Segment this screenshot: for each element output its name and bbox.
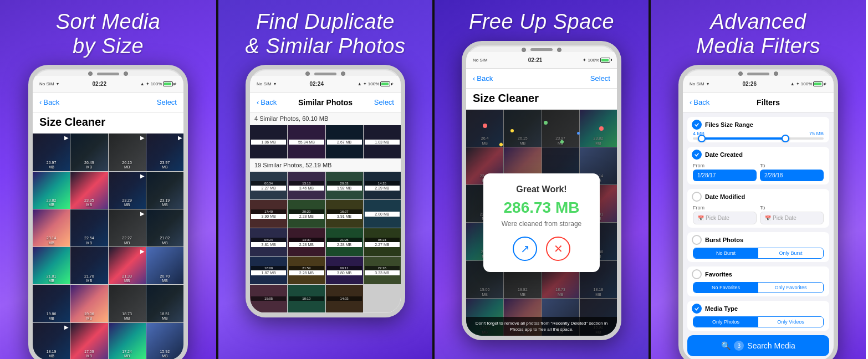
table-row[interactable]: ▶18.19MB <box>33 323 70 359</box>
table-row[interactable]: 26.49MB <box>70 134 108 171</box>
list-item[interactable]: 21:532.28 MB <box>288 257 325 284</box>
media-type-checkbox[interactable] <box>692 304 702 314</box>
modal-actions: ↗ ✕ <box>494 237 589 261</box>
phone-4-nav-title: Filters <box>757 98 780 107</box>
list-item[interactable]: 18:001.87 MB <box>250 257 287 284</box>
phone-3-select[interactable]: Select <box>590 74 610 83</box>
fav-no-option[interactable]: No Favorites <box>693 283 758 293</box>
phone-2-carrier: No SIM ▾ <box>257 81 276 86</box>
table-row[interactable]: 19.06MB <box>70 285 108 322</box>
table-row[interactable]: 17.69MB <box>70 323 108 359</box>
list-item[interactable]: 1.06 MB <box>250 125 287 158</box>
table-row[interactable]: 22.54MB <box>70 209 108 247</box>
list-item[interactable]: 13:183.46 MB <box>288 172 325 199</box>
favorites-checkbox[interactable] <box>692 269 702 279</box>
list-item[interactable]: 06:243.81 MB <box>250 228 287 256</box>
list-item[interactable]: 1.03 MB <box>364 125 401 158</box>
list-item[interactable]: 21:262.28 MB <box>326 228 363 256</box>
phone-4-nav: ‹Back Filters <box>683 93 834 112</box>
table-row[interactable]: 23.14MB <box>33 209 70 247</box>
date-modified-checkbox[interactable] <box>692 192 702 202</box>
phone-1: No SIM ▾ 02:22 ▲ ✦ 100% + ‹Back Select S… <box>28 65 188 359</box>
table-row[interactable]: ▶22.27MB <box>109 209 146 247</box>
phone-2: No SIM ▾ 02:24 ▲ ✦ 100% + ‹Back Similar … <box>246 65 405 317</box>
dm-to-input[interactable]: 📅 Pick Date <box>760 212 824 224</box>
panel-free-up-space: Free Up Space No SIM 02:21 ✦ 100% <box>432 0 649 359</box>
favorites-segmented[interactable]: No Favorites Only Favorites <box>693 282 824 293</box>
dm-from-input[interactable]: 📅 Pick Date <box>693 212 757 224</box>
list-item[interactable]: 10:10 <box>288 285 325 312</box>
table-row[interactable]: 18.73MB <box>109 285 146 322</box>
table-row[interactable]: 21.81MB <box>33 247 70 284</box>
table-row[interactable]: ▶26.15MB <box>109 134 146 171</box>
list-item[interactable]: 16:273.91 MB <box>326 200 363 228</box>
phone-3-app-title: Size Cleaner <box>466 89 617 110</box>
burst-segmented[interactable]: No Burst Only Burst <box>693 248 824 259</box>
phone-1-nav: ‹Back Select <box>33 93 183 112</box>
table-row[interactable]: ▶26.97MB <box>33 134 70 171</box>
close-button[interactable]: ✕ <box>546 237 570 261</box>
file-size-section: Files Size Range 4 MB 75 MB <box>687 117 829 142</box>
list-item[interactable]: 08:242.27 MB <box>364 228 401 256</box>
table-row[interactable]: ▶21.33MB <box>109 247 146 284</box>
phone-2-camera <box>305 71 310 76</box>
table-row[interactable]: ▶23.97MB <box>146 134 183 171</box>
list-item[interactable]: 15:05 <box>250 285 287 312</box>
burst-checkbox[interactable] <box>692 235 702 245</box>
file-size-label: Files Size Range <box>705 121 753 128</box>
phone-1-back[interactable]: ‹Back <box>39 98 59 106</box>
table-row[interactable]: 23.35MB <box>70 172 108 209</box>
panel-find-duplicates: Find Duplicate & Similar Photos No SIM ▾… <box>216 0 432 359</box>
table-row[interactable]: 15.92MB <box>146 323 183 359</box>
phone-4-back[interactable]: ‹Back <box>690 98 709 106</box>
dc-from-input[interactable]: 1/28/17 <box>693 170 757 181</box>
date-created-checkbox[interactable] <box>692 150 702 160</box>
range-slider[interactable] <box>693 137 824 140</box>
table-row[interactable]: 17.24MB <box>109 323 146 359</box>
list-item[interactable]: 2.00 MB <box>364 200 401 228</box>
table-row[interactable]: 20.70MB <box>146 247 183 284</box>
modal-size: 286.73 MB <box>494 199 589 217</box>
phone-2-sensor <box>341 71 345 76</box>
list-item[interactable]: 2.67 MB <box>326 125 363 158</box>
burst-no-option[interactable]: No Burst <box>693 248 758 258</box>
search-media-button[interactable]: 🔍 3 Search Media <box>687 335 829 356</box>
table-row[interactable]: 23.19MB <box>146 172 183 209</box>
phone-3-battery: ✦ 100% <box>583 58 610 63</box>
share-button[interactable]: ↗ <box>513 237 537 261</box>
file-size-checkbox[interactable] <box>692 120 702 130</box>
phone-1-select[interactable]: Select <box>157 98 177 106</box>
list-item[interactable]: 17:403.90 MB <box>250 200 287 228</box>
table-row[interactable]: 21.82MB <box>146 209 183 247</box>
list-item[interactable]: 55.34 MB <box>288 125 325 158</box>
list-item[interactable]: 20:531.92 MB <box>326 172 363 199</box>
phone-2-back[interactable]: ‹Back <box>257 98 277 106</box>
table-row[interactable]: 21.70MB <box>70 247 108 284</box>
phone-4-status: No SIM ▾ 02:26 ▲ ✦ 100% + <box>683 76 834 93</box>
fav-only-option[interactable]: Only Favorites <box>758 283 823 293</box>
phone-3-time: 02:21 <box>528 57 543 63</box>
list-item[interactable]: 14:33 <box>326 285 363 312</box>
table-row[interactable]: 18.51MB <box>146 285 183 322</box>
mt-videos-option[interactable]: Only Videos <box>758 317 823 327</box>
dc-to-input[interactable]: 2/28/18 <box>760 170 824 181</box>
phone-2-select[interactable]: Select <box>374 98 394 106</box>
list-item[interactable]: 00:342.27 MB <box>250 172 287 199</box>
list-item[interactable]: 22:263.33 MB <box>364 257 401 284</box>
media-type-segmented[interactable]: Only Photos Only Videos <box>693 316 824 327</box>
burst-only-option[interactable]: Only Burst <box>758 248 823 258</box>
success-modal: Great Work! 286.73 MB Were cleaned from … <box>483 173 600 272</box>
phone-3-back[interactable]: ‹Back <box>473 74 493 83</box>
date-created-inputs: From 1/28/17 To 2/28/18 <box>687 161 829 184</box>
table-row[interactable]: 23.82MB <box>33 172 70 209</box>
table-row[interactable]: ▶23.29MB <box>109 172 146 209</box>
phone-1-top <box>33 69 183 76</box>
list-item[interactable]: 13:302.28 MB <box>288 228 325 256</box>
mt-photos-option[interactable]: Only Photos <box>693 317 758 327</box>
table-row[interactable]: 19.86MB <box>33 285 70 322</box>
phone-2-battery: ▲ ✦ 100% + <box>358 81 394 86</box>
list-item[interactable]: 06:113.80 MB <box>326 257 363 284</box>
list-item[interactable]: 20:232.28 MB <box>288 200 325 228</box>
list-item[interactable]: 14:352.29 MB <box>364 172 401 199</box>
phone-1-status: No SIM ▾ 02:22 ▲ ✦ 100% + <box>33 76 183 93</box>
